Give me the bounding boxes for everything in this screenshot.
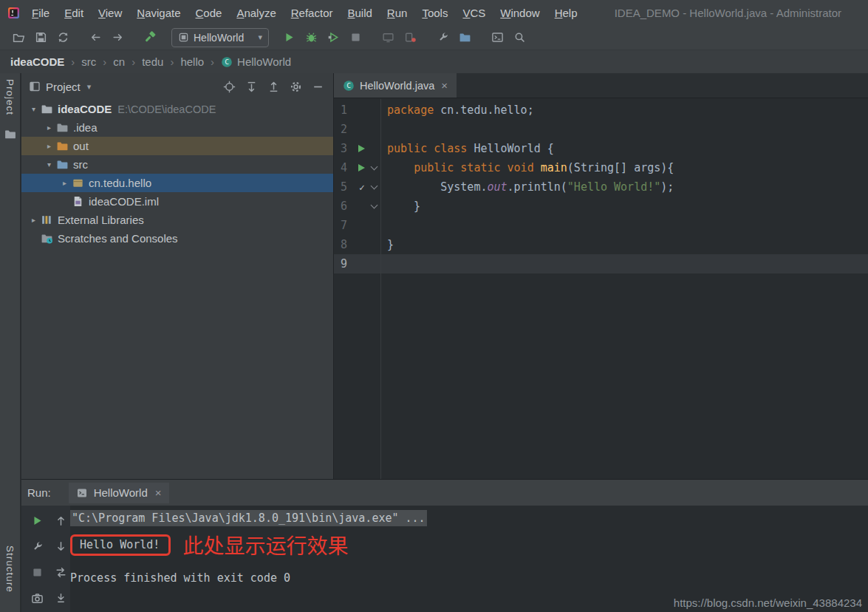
menu-analyze[interactable]: Analyze xyxy=(229,5,283,21)
chevron-down-icon[interactable]: ▾ xyxy=(43,160,55,169)
crumb-tedu[interactable]: tedu xyxy=(142,55,163,68)
project-tree: ▾ideaCODEE:\CODE\ideaCODE▸.idea▸out▾src▸… xyxy=(21,100,333,248)
select-opened-file-button[interactable] xyxy=(218,76,240,97)
toolwindow-button-structure[interactable]: Structure xyxy=(4,545,16,593)
editor-line-8: 8} xyxy=(334,235,868,254)
collapse-all-button[interactable] xyxy=(262,76,284,97)
run-button[interactable] xyxy=(278,27,300,48)
build-hammer-button[interactable] xyxy=(139,27,161,48)
expand-all-button[interactable] xyxy=(240,76,262,97)
menu-help[interactable]: Help xyxy=(547,5,585,21)
console-icon xyxy=(76,487,88,499)
tree-item-out[interactable]: ▸out xyxy=(21,137,333,155)
idea-logo-icon xyxy=(7,7,20,19)
up-arrow-button[interactable] xyxy=(52,513,69,528)
fold-icon[interactable] xyxy=(371,163,378,171)
run-config-label: HelloWorld xyxy=(194,32,253,44)
chevron-right-icon[interactable]: ▸ xyxy=(27,216,40,224)
folder-icon[interactable] xyxy=(4,128,16,140)
menu-navigate[interactable]: Navigate xyxy=(129,5,188,21)
scroll-end-button[interactable] xyxy=(52,591,69,605)
forward-button[interactable] xyxy=(106,27,129,48)
settings-gear-button[interactable] xyxy=(284,76,307,97)
toolbar-separator xyxy=(74,37,84,38)
crumb-src[interactable]: src xyxy=(81,55,96,68)
open-project-button[interactable] xyxy=(7,27,30,48)
menu-bar: FileEditViewNavigateCodeAnalyzeRefactorB… xyxy=(0,0,868,25)
crumb-helloworld[interactable]: CHelloWorld xyxy=(221,55,291,68)
run-config-combo[interactable]: HelloWorld ▾ xyxy=(171,28,269,47)
menu-code[interactable]: Code xyxy=(188,5,230,21)
chevron-right-icon[interactable]: ▸ xyxy=(43,142,55,150)
close-icon[interactable]: × xyxy=(155,486,162,499)
menu-edit[interactable]: Edit xyxy=(57,5,91,21)
line-number: 8 xyxy=(341,238,352,251)
run-toolbar-col2 xyxy=(51,513,70,612)
code-area[interactable]: 1package cn.tedu.hello;23public class He… xyxy=(334,99,868,479)
terminal-button[interactable] xyxy=(486,27,508,48)
module-file-icon xyxy=(71,195,85,208)
hide-button[interactable] xyxy=(307,76,329,97)
project-panel: Project ▾ ▾ideaCODEE:\CODE\ideaCODE▸.ide… xyxy=(21,73,333,479)
synchronize-button[interactable] xyxy=(52,27,74,48)
code-text: } xyxy=(381,200,420,213)
settings-folder-button[interactable] xyxy=(454,27,476,48)
chevron-right-icon[interactable]: ▸ xyxy=(58,179,71,187)
crumb-ideacode[interactable]: ideaCODE xyxy=(10,55,64,68)
close-icon[interactable]: × xyxy=(441,79,448,92)
editor-line-9: 9 xyxy=(334,254,868,273)
menu-refactor[interactable]: Refactor xyxy=(284,5,341,21)
wrench-button[interactable] xyxy=(431,27,454,48)
camera-button[interactable] xyxy=(28,591,46,605)
console-output-hello: Hello World! xyxy=(70,534,171,556)
menu-view[interactable]: View xyxy=(91,5,129,21)
chevron-right-icon[interactable]: ▸ xyxy=(43,123,55,132)
toolbar-group-left xyxy=(7,27,161,48)
menu-vcs[interactable]: VCS xyxy=(455,5,493,21)
search-button[interactable] xyxy=(508,27,530,48)
tree-item-external-libraries[interactable]: ▸External Libraries xyxy=(21,211,333,229)
swap-arrows-button[interactable] xyxy=(52,565,69,579)
chevron-down-icon[interactable]: ▾ xyxy=(27,105,40,113)
tree-item-cn-tedu-hello[interactable]: ▸cn.tedu.hello xyxy=(21,174,333,192)
stop-dim-button[interactable] xyxy=(28,565,46,579)
debug-button[interactable] xyxy=(300,27,322,48)
editor-line-5: 5✓ System.out.println("Hello World!"); xyxy=(334,177,868,197)
line-number: 2 xyxy=(341,123,352,136)
menu-tools[interactable]: Tools xyxy=(414,5,455,21)
crumb-cn[interactable]: cn xyxy=(113,55,125,68)
stop-button[interactable] xyxy=(344,27,366,48)
toolwindow-button-project[interactable]: Project xyxy=(4,79,16,115)
menu-file[interactable]: File xyxy=(24,5,57,21)
gutter: 9 xyxy=(334,254,381,273)
back-button[interactable] xyxy=(84,27,106,48)
menu-run[interactable]: Run xyxy=(380,5,415,21)
code-text: public class HelloWorld { xyxy=(381,142,554,155)
tree-item-ideacode-iml[interactable]: ideaCODE.iml xyxy=(21,192,333,211)
tab-run-helloworld[interactable]: HelloWorld × xyxy=(69,483,169,503)
project-panel-title[interactable]: Project xyxy=(46,81,81,93)
run-with-coverage-button[interactable] xyxy=(322,27,344,48)
fold-icon[interactable] xyxy=(371,202,378,209)
attach-debugger-button[interactable] xyxy=(399,27,421,48)
tree-item-src[interactable]: ▾src xyxy=(21,155,333,174)
gutter: 6 xyxy=(334,197,381,216)
rerun-button[interactable] xyxy=(28,513,46,528)
crumb-hello[interactable]: hello xyxy=(180,55,204,68)
tree-item-idea[interactable]: ▸.idea xyxy=(21,118,333,137)
wrench-button[interactable] xyxy=(28,539,46,554)
menu-build[interactable]: Build xyxy=(340,5,379,21)
console-output-row: Hello World! 此处显示运行效果 xyxy=(70,530,868,560)
dim-monitor-button[interactable] xyxy=(377,27,399,48)
menu-window[interactable]: Window xyxy=(493,5,547,21)
run-gutter-icon[interactable] xyxy=(358,164,365,171)
fold-icon[interactable] xyxy=(371,183,378,190)
save-all-button[interactable] xyxy=(30,27,52,48)
folder-root-icon xyxy=(40,103,54,115)
run-gutter-icon[interactable] xyxy=(358,145,365,152)
tab-helloworld-java[interactable]: C HelloWorld.java × xyxy=(334,73,457,98)
chevron-down-icon[interactable]: ▾ xyxy=(87,82,92,92)
tree-item-ideacode[interactable]: ▾ideaCODEE:\CODE\ideaCODE xyxy=(21,100,333,118)
down-arrow-button[interactable] xyxy=(52,539,69,554)
tree-item-scratches-and-consoles[interactable]: Scratches and Consoles xyxy=(21,229,333,248)
